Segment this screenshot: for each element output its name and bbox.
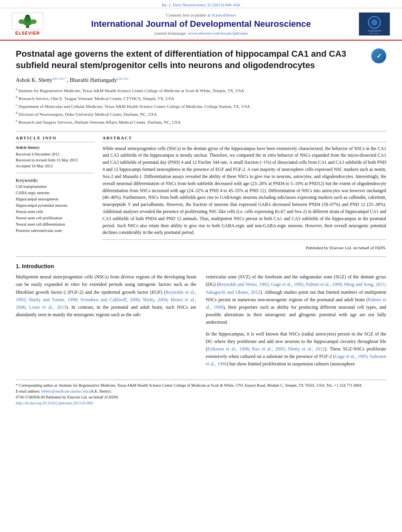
- section-divider-keywords: [16, 173, 95, 173]
- cite-palmer1999[interactable]: Palmer et al., 1999: [306, 282, 342, 287]
- cite-shetty2012[interactable]: Shetty et al., 2012: [288, 346, 325, 352]
- accepted-date: Accepted 16 May 2013: [16, 163, 95, 169]
- cite-eriksson1998[interactable]: Eriksson et al., 1998: [207, 346, 249, 352]
- cite-rao2005[interactable]: Rao et al., 2005: [252, 346, 285, 352]
- email-note: E-mail address: Shetty@medicine.tamhsc.e…: [16, 388, 386, 394]
- affiliation-e: e Research and Surgery Services, Durham …: [16, 118, 386, 125]
- elsevier-label: ELSEVIER: [15, 31, 40, 35]
- corresponding-note: * Corresponding author at: Institute for…: [16, 382, 386, 388]
- keyword-8: Posterior subventricular zone: [16, 228, 95, 234]
- journal-header-center: Contents lists available at ScienceDirec…: [43, 13, 359, 35]
- aff-e-text: Research and Surgery Services, Durham Ve…: [19, 120, 181, 124]
- section-divider-1: [16, 131, 386, 132]
- aff-b-sup: b: [16, 95, 18, 99]
- journal-homepage: journal homepage: www.elsevier.com/locat…: [43, 31, 359, 35]
- keyword-5: Neural stem cells: [16, 209, 95, 215]
- page-wrapper: Int. J. Devl Neuroscience 31 (2013) 646–…: [0, 0, 402, 532]
- body-two-col: Multipotent neural stem/progenitor cells…: [16, 273, 386, 372]
- cite-svendsen2000[interactable]: Svendsen and Caldwell, 2000: [80, 297, 140, 302]
- svg-point-4: [19, 19, 25, 24]
- footer-notes: * Corresponding author at: Institute for…: [16, 380, 386, 406]
- aff-e-sup: e: [16, 119, 17, 122]
- cite-shetty1998[interactable]: Shetty and Turner, 1998: [29, 297, 77, 302]
- elsevier-tree-image: [12, 13, 43, 30]
- cite-palmer1999b[interactable]: Palmer et al., 1999: [206, 297, 386, 310]
- doi-line: 0736-5748/$36.00 Published by Elsevier L…: [16, 394, 386, 400]
- keyword-2: GABA-ergic neurons: [16, 190, 95, 196]
- main-content: Postnatal age governs the extent of diff…: [0, 41, 402, 414]
- author-2-name: Bharathi Hattiangady: [70, 77, 117, 83]
- email-link[interactable]: Shetty@medicine.tamhsc.edu: [41, 389, 88, 393]
- intro-section: 1. Introduction Multipotent neural stem/…: [16, 263, 386, 372]
- elsevier-tree-svg: [16, 14, 39, 29]
- journal-ref-bar: Int. J. Devl Neuroscience 31 (2013) 646–…: [0, 0, 402, 8]
- cite-shetty2004[interactable]: Shetty, 2004: [143, 297, 167, 302]
- aff-b-text: Research Service, Olin E. Teague Veteran…: [19, 96, 174, 101]
- history-label: Article history:: [16, 145, 95, 150]
- sciencedirect-link[interactable]: ScienceDirect: [212, 13, 236, 17]
- keywords-label: Keywords:: [16, 177, 95, 184]
- intro-para1: Multipotent neural stem/progenitor cells…: [16, 273, 196, 319]
- keyword-6: Neural stem cell proliferation: [16, 215, 95, 221]
- article-info-col: ARTICLE INFO Article history: Received 4…: [16, 135, 95, 250]
- keyword-4: Hippocampal pyramidal neurons: [16, 202, 95, 209]
- journal-header: ELSEVIER Contents lists available at Sci…: [0, 8, 402, 41]
- homepage-label: journal homepage:: [154, 31, 187, 35]
- corresponding-text: * Corresponding author at: Institute for…: [16, 383, 362, 387]
- intro-para3: In the hippocampus, it is well known tha…: [206, 330, 386, 368]
- article-history: Article history: Received 4 December 201…: [16, 145, 95, 169]
- svg-point-5: [30, 19, 37, 24]
- keyword-1: Cell transplantation: [16, 184, 95, 190]
- dev-neuro-logo: Developmental Neuroscience: [359, 12, 390, 36]
- keyword-7: Neural stem cell differentiation: [16, 221, 95, 228]
- article-title: Postnatal age governs the extent of diff…: [16, 48, 363, 71]
- abstract-footer: Published by Elsevier Ltd. on behalf of …: [102, 239, 386, 250]
- dev-neuro-svg: Developmental Neuroscience: [359, 13, 390, 35]
- section-divider-2: [16, 256, 386, 257]
- cite-ming2011[interactable]: Ming and Song, 2011: [344, 282, 385, 287]
- abstract-col: ABSTRACT While neural stem/progenitor ce…: [102, 135, 386, 250]
- aff-a-text: Institute for Regenerative Medicine, Tex…: [19, 88, 244, 93]
- revised-date: Received in revised form 15 May 2013: [16, 157, 95, 163]
- svg-point-3: [25, 15, 30, 19]
- aff-c-sup: c: [16, 103, 17, 107]
- doi-link[interactable]: http://dx.doi.org/10.1016/j.ijdevneu.201…: [16, 401, 93, 405]
- homepage-url[interactable]: www.elsevier.com/locate/ijdevneu: [188, 31, 248, 35]
- cite-reynolds1992b[interactable]: Reynolds and Weiss, 1992: [218, 282, 268, 287]
- cite-gage1995b[interactable]: Gage et al., 1995: [335, 354, 367, 359]
- journal-title: International Journal of Developmental N…: [43, 19, 359, 29]
- affiliations: a Institute for Regenerative Medicine, T…: [16, 87, 386, 126]
- abstract-header: ABSTRACT: [102, 135, 386, 142]
- intro-heading: 1. Introduction: [16, 263, 386, 269]
- contents-text: Contents lists available at: [166, 13, 210, 17]
- email-suffix: (A.K. Shetty).: [89, 389, 112, 393]
- article-info-header: ARTICLE INFO: [16, 135, 95, 142]
- elsevier-logo-wrapper: ELSEVIER: [12, 13, 43, 35]
- cite-louis2013[interactable]: Louis et al., 2013: [29, 304, 66, 310]
- affiliation-c: c Department of Molecular and Cellular M…: [16, 102, 386, 109]
- svg-text:Neuroscience: Neuroscience: [370, 32, 380, 34]
- affiliation-b: b Research Service, Olin E. Teague Veter…: [16, 95, 386, 102]
- affiliation-a: a Institute for Regenerative Medicine, T…: [16, 87, 386, 94]
- author-2-sup: a,b,c,d,e: [117, 76, 129, 80]
- aff-a-sup: a: [16, 87, 17, 91]
- journal-ref-text: Int. J. Devl Neuroscience 31 (2013) 646–…: [162, 2, 240, 7]
- body-col-left: Multipotent neural stem/progenitor cells…: [16, 273, 196, 372]
- abstract-text: While neural stem/progenitor cells (NSCs…: [102, 145, 386, 237]
- aff-c-text: Department of Molecular and Cellular Med…: [19, 104, 250, 109]
- keywords-section: Keywords: Cell transplantation GABA-ergi…: [16, 177, 95, 234]
- svg-text:Developmental: Developmental: [368, 30, 381, 32]
- aff-d-sup: d: [16, 111, 18, 115]
- keyword-3: Hippocampal neurogenesis: [16, 196, 95, 202]
- cite-gage1995[interactable]: Gage et al., 1995: [271, 282, 303, 287]
- article-info-abstract-section: ARTICLE INFO Article history: Received 4…: [16, 135, 386, 250]
- body-col-right: ventricular zone (SVZ) of the forebrain …: [206, 273, 386, 372]
- published-by: Published by Elsevier Ltd. on behalf of …: [102, 245, 386, 250]
- author-1-sup: a,b,c,d,e,*: [52, 76, 67, 80]
- crossmark-logo[interactable]: ✓: [371, 48, 386, 63]
- cite-sakaguchi2012[interactable]: Sakaguchi and Okano, 2012: [206, 289, 260, 295]
- affiliation-d: d Division of Neurosurgery, Duke Univers…: [16, 110, 386, 117]
- received-date: Received 4 December 2012: [16, 151, 95, 157]
- intro-para2: ventricular zone (SVZ) of the forebrain …: [206, 273, 386, 326]
- author-1-name: Ashok K. Shetty: [16, 77, 52, 83]
